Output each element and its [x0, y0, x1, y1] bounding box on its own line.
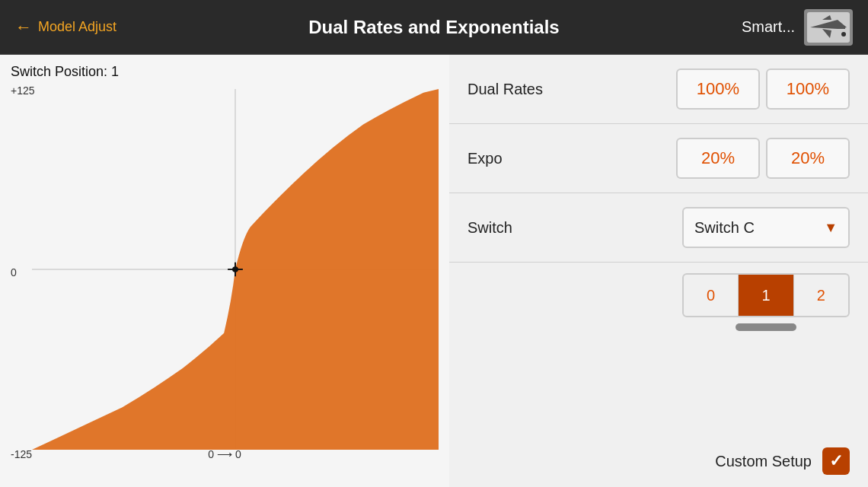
dual-rates-buttons: 100% 100%: [586, 68, 850, 110]
back-button[interactable]: ← Model Adjust: [15, 18, 152, 37]
y-axis-zero-label: 0: [11, 266, 17, 279]
svg-rect-4: [838, 26, 845, 29]
custom-setup-label: Custom Setup: [715, 453, 812, 470]
page-title: Dual Rates and Exponentials: [152, 17, 716, 38]
switch-caret-icon: ▼: [824, 220, 838, 236]
header-right: Smart...: [716, 9, 853, 46]
checkmark-icon: ✓: [829, 451, 843, 471]
switch-position-buttons: 0 1 2: [682, 273, 850, 317]
back-label: Model Adjust: [38, 19, 116, 35]
right-panel: Dual Rates 100% 100% Expo 20% 20% Switch…: [449, 55, 868, 487]
expo-value1[interactable]: 20%: [676, 138, 760, 179]
graph-svg: [32, 89, 439, 450]
expo-value2[interactable]: 20%: [766, 138, 850, 179]
switch-row: Switch Switch C ▼: [468, 207, 850, 248]
expo-buttons: 20% 20%: [586, 138, 850, 179]
model-image[interactable]: [804, 9, 853, 46]
switch-pos-2[interactable]: 2: [794, 275, 848, 316]
custom-setup-checkbox[interactable]: ✓: [822, 447, 850, 475]
graph-panel: Switch Position: 1 +125 0 -125 0 ⟶ 0: [0, 55, 449, 487]
dual-rates-row: Dual Rates 100% 100%: [449, 55, 868, 124]
smart-label: Smart...: [742, 18, 795, 36]
switch-pos-1[interactable]: 1: [739, 275, 793, 316]
y-axis-top-label: +125: [11, 84, 35, 97]
x-axis-label: 0 ⟶ 0: [208, 448, 241, 460]
switch-dropdown: Switch C ▼: [586, 207, 850, 248]
expo-row: Expo 20% 20%: [449, 124, 868, 193]
svg-point-10: [232, 266, 238, 272]
dual-rates-value1[interactable]: 100%: [676, 68, 760, 110]
plane-icon: [807, 12, 850, 43]
svg-point-5: [841, 32, 846, 37]
main-content: Switch Position: 1 +125 0 -125 0 ⟶ 0: [0, 55, 868, 487]
switch-select-button[interactable]: Switch C ▼: [682, 207, 850, 248]
switch-label: Switch: [468, 219, 574, 237]
dual-rates-label: Dual Rates: [468, 81, 574, 98]
header: ← Model Adjust Dual Rates and Exponentia…: [0, 0, 868, 55]
y-axis-bottom-label: -125: [11, 448, 32, 460]
switch-position-container: 0 1 2: [449, 263, 868, 331]
graph-container: +125 0 -125 0 ⟶ 0: [11, 84, 439, 460]
switch-selected-value: Switch C: [694, 219, 755, 237]
switch-pos-0[interactable]: 0: [684, 275, 739, 316]
custom-setup-row: Custom Setup ✓: [449, 435, 868, 487]
expo-label: Expo: [468, 150, 574, 167]
switch-position-indicator: [736, 323, 796, 331]
dual-rates-value2[interactable]: 100%: [766, 68, 850, 110]
switch-position-label: Switch Position: 1: [11, 64, 439, 80]
back-arrow-icon: ←: [15, 18, 32, 37]
switch-section: Switch Switch C ▼: [449, 193, 868, 263]
